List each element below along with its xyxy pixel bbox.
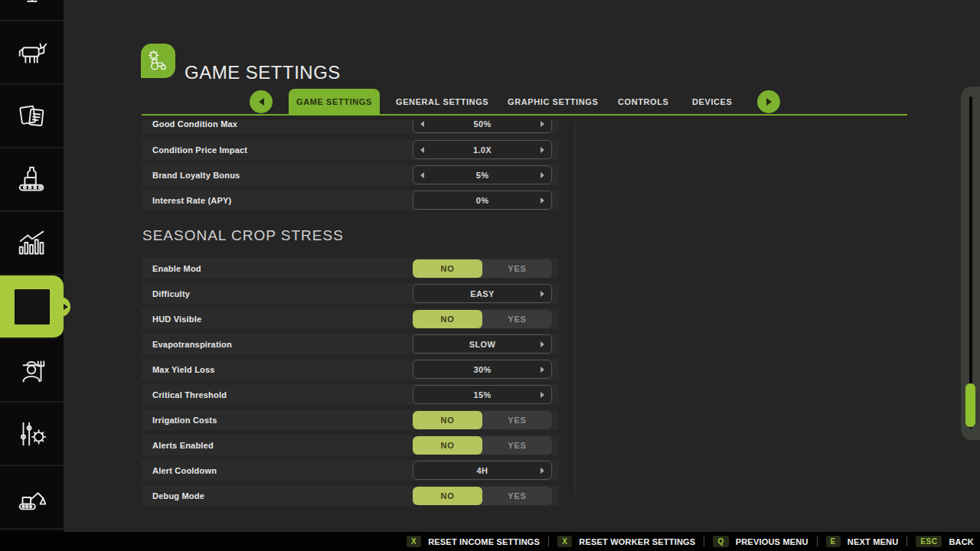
- active-pointer-icon: [64, 304, 68, 310]
- hotkey-hint-reset-worker-settings[interactable]: XRESET WORKER SETTINGS: [557, 536, 695, 547]
- setting-label: Irrigation Costs: [152, 416, 217, 425]
- key-badge-q: Q: [713, 536, 728, 547]
- stepper-right-arrow-icon[interactable]: [541, 147, 544, 153]
- stepper-right-arrow-icon[interactable]: [541, 341, 544, 347]
- stepper-max-yield-loss[interactable]: 30%: [413, 360, 552, 379]
- sidebar-item-screen[interactable]: [0, 0, 64, 21]
- key-badge-x: X: [407, 536, 421, 547]
- stepper-alert-cooldown[interactable]: 4H: [413, 461, 552, 480]
- screen-icon: [15, 0, 50, 15]
- setting-row-evapotranspiration: EvapotranspirationSLOW: [142, 334, 559, 354]
- stepper-left-arrow-icon[interactable]: [420, 147, 424, 153]
- toggle-option-no[interactable]: NO: [413, 411, 482, 429]
- setting-row-enable-mod: Enable ModNOYES: [142, 258, 559, 279]
- hotkey-hint-next-menu[interactable]: ENEXT MENU: [826, 536, 899, 547]
- stepper-left-arrow-icon[interactable]: [420, 172, 424, 178]
- tab-controls[interactable]: CONTROLS: [618, 89, 669, 115]
- sidebar-item-documents[interactable]: [0, 85, 64, 148]
- stepper-brand-loyalty-bonus[interactable]: 5%: [413, 165, 552, 184]
- stepper-value: EASY: [470, 289, 495, 298]
- sidebar-item-cow[interactable]: [0, 21, 64, 85]
- cow-icon: [15, 35, 50, 70]
- stepper-right-arrow-icon[interactable]: [541, 367, 544, 373]
- stepper-difficulty[interactable]: EASY: [413, 284, 552, 303]
- stepper-value: 4H: [477, 466, 488, 475]
- stepper-right-arrow-icon[interactable]: [541, 468, 544, 474]
- setting-row-hud-visible: HUD VisibleNOYES: [142, 308, 559, 329]
- toggle-option-yes[interactable]: YES: [482, 411, 552, 429]
- stepper-evapotranspiration[interactable]: SLOW: [413, 334, 552, 354]
- stepper-right-arrow-icon[interactable]: [541, 172, 544, 178]
- toggle-debug-mode[interactable]: NOYES: [413, 487, 552, 505]
- hotkey-hint-previous-menu[interactable]: QPREVIOUS MENU: [713, 536, 808, 547]
- sidebar-item-mod[interactable]: [0, 276, 64, 339]
- setting-row-alerts-enabled: Alerts EnabledNOYES: [142, 435, 559, 455]
- stepper-right-arrow-icon[interactable]: [541, 392, 544, 398]
- hint-divider: [704, 536, 704, 546]
- setting-label: Good Condition Max: [152, 120, 237, 129]
- toggle-option-no[interactable]: NO: [413, 259, 482, 278]
- stepper-interest-rate-apy[interactable]: 0%: [413, 191, 552, 210]
- sidebar-item-farmer[interactable]: [0, 339, 64, 403]
- key-badge-esc: ESC: [916, 536, 942, 547]
- stepper-condition-price-impact[interactable]: 1.0X: [413, 140, 552, 159]
- setting-label: Alert Cooldown: [152, 466, 217, 475]
- tabs-prev-button[interactable]: [250, 90, 273, 113]
- tab-general-settings[interactable]: GENERAL SETTINGS: [396, 89, 488, 115]
- toggle-irrigation-costs[interactable]: NOYES: [413, 411, 552, 429]
- column-divider: [574, 122, 575, 496]
- section-title: SEASONAL CROP STRESS: [142, 227, 559, 244]
- setting-row-debug-mode: Debug ModeNOYES: [142, 485, 559, 506]
- page-title: GAME SETTINGS: [185, 62, 341, 83]
- hotkey-hint-back[interactable]: ESCBACK: [916, 536, 974, 547]
- stepper-critical-threshold[interactable]: 15%: [413, 385, 552, 404]
- toggle-option-yes[interactable]: YES: [482, 436, 552, 455]
- toggle-option-no[interactable]: NO: [413, 436, 482, 455]
- setting-row-irrigation-costs: Irrigation CostsNOYES: [142, 409, 559, 430]
- tab-devices[interactable]: DEVICES: [692, 89, 733, 115]
- sidebar-item-tuning[interactable]: [0, 403, 64, 466]
- setting-label: Debug Mode: [152, 491, 204, 500]
- hint-label: RESET WORKER SETTINGS: [579, 537, 695, 546]
- toggle-option-yes[interactable]: YES: [482, 310, 552, 328]
- stepper-value: 1.0X: [473, 145, 492, 155]
- setting-label: Evapotranspiration: [152, 340, 232, 349]
- toggle-hud-visible[interactable]: NOYES: [413, 310, 552, 328]
- tuning-icon: [15, 416, 50, 452]
- setting-label: Max Yield Loss: [152, 365, 215, 374]
- stepper-right-arrow-icon[interactable]: [541, 291, 544, 297]
- hint-label: PREVIOUS MENU: [736, 537, 808, 546]
- key-badge-e: E: [826, 536, 841, 547]
- stepper-left-arrow-icon[interactable]: [420, 121, 424, 127]
- app-tractor-gear-icon: [141, 44, 175, 78]
- toggle-option-yes[interactable]: YES: [482, 259, 552, 278]
- scrollbar-slot: [969, 96, 972, 429]
- hint-label: BACK: [949, 537, 974, 546]
- toggle-alerts-enabled[interactable]: NOYES: [413, 436, 552, 455]
- setting-label: Condition Price Impact: [152, 145, 247, 155]
- hotkey-hint-reset-income-settings[interactable]: XRESET INCOME SETTINGS: [407, 536, 540, 547]
- tabs-next-button[interactable]: [757, 90, 780, 113]
- sidebar-item-production[interactable]: [0, 148, 64, 212]
- toggle-option-no[interactable]: NO: [413, 310, 482, 328]
- chevron-right-icon: [766, 98, 772, 106]
- stepper-value: 50%: [473, 120, 491, 129]
- stepper-right-arrow-icon[interactable]: [541, 197, 544, 204]
- stepper-good-condition-max[interactable]: 50%: [413, 120, 552, 133]
- setting-label: Difficulty: [152, 289, 190, 298]
- tab-graphic-settings[interactable]: GRAPHIC SETTINGS: [508, 89, 598, 115]
- sidebar-item-excavator[interactable]: [0, 466, 64, 530]
- sidebar-item-statistics[interactable]: [0, 212, 64, 276]
- toggle-option-no[interactable]: NO: [413, 487, 482, 505]
- stepper-value: 15%: [473, 390, 491, 399]
- toggle-option-yes[interactable]: YES: [482, 487, 552, 505]
- stepper-right-arrow-icon[interactable]: [541, 121, 544, 127]
- setting-row-max-yield-loss: Max Yield Loss30%: [142, 359, 559, 380]
- setting-row-difficulty: DifficultyEASY: [142, 283, 559, 304]
- toggle-enable-mod[interactable]: NOYES: [413, 259, 552, 278]
- hint-divider: [548, 536, 549, 546]
- tab-game-settings[interactable]: GAME SETTINGS: [289, 89, 380, 115]
- sidebar: [0, 0, 64, 532]
- scrollbar-track[interactable]: [961, 86, 980, 440]
- scrollbar-thumb[interactable]: [965, 383, 975, 427]
